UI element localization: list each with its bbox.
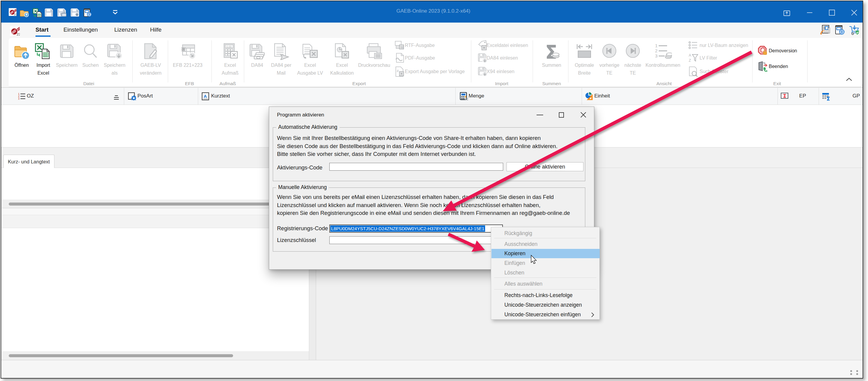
svg-text:W: W bbox=[400, 46, 404, 49]
svg-text:3: 3 bbox=[655, 53, 657, 58]
svg-text:0.00: 0.00 bbox=[226, 45, 231, 48]
svg-text:1: 1 bbox=[655, 43, 657, 48]
svg-text:A: A bbox=[204, 94, 207, 99]
svg-text:#: # bbox=[397, 69, 399, 73]
svg-text:A: A bbox=[689, 53, 691, 57]
svg-text:3: 3 bbox=[18, 97, 20, 100]
svg-text:2: 2 bbox=[655, 48, 657, 53]
svg-text:Z: Z bbox=[689, 58, 691, 63]
